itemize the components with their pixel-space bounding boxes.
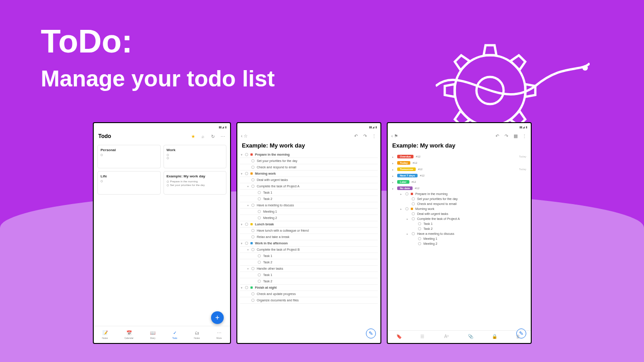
task-row[interactable]: ▾Complete the task of Project A bbox=[240, 183, 378, 190]
chevron-icon[interactable]: ▸ bbox=[400, 192, 403, 195]
checkbox[interactable] bbox=[251, 267, 255, 270]
back-icon[interactable]: ‹ ⚑ bbox=[391, 133, 398, 138]
chevron-icon[interactable]: ▾ bbox=[246, 204, 249, 207]
checkbox[interactable] bbox=[251, 178, 255, 181]
checkbox[interactable] bbox=[258, 197, 261, 200]
task-row[interactable]: Task 1 bbox=[240, 253, 378, 259]
chevron-icon[interactable]: ▾ bbox=[240, 286, 243, 289]
task-row[interactable]: Task 2 bbox=[240, 259, 378, 266]
attach-icon[interactable]: 📎 bbox=[468, 334, 474, 340]
nav-item[interactable]: ✓Todo bbox=[172, 330, 178, 339]
checkbox[interactable] bbox=[258, 254, 261, 257]
task-row[interactable]: Relax and take a break bbox=[240, 234, 378, 240]
checkbox[interactable] bbox=[258, 191, 261, 194]
task-row[interactable]: ▸Have a meeting to discuss bbox=[392, 231, 526, 236]
checkbox[interactable] bbox=[412, 217, 415, 220]
nav-item[interactable]: 📅Calendar bbox=[125, 330, 134, 339]
task-row[interactable]: ▾Finish at night bbox=[240, 285, 378, 291]
task-row[interactable]: ▾Prepare in the morning bbox=[240, 152, 378, 158]
checkbox[interactable] bbox=[258, 280, 261, 283]
task-row[interactable]: Task 1 bbox=[240, 272, 378, 278]
task-row[interactable]: Meeting 2 bbox=[240, 215, 378, 221]
nav-item[interactable]: 📝Notes bbox=[102, 330, 108, 339]
chevron-icon[interactable]: ▾ bbox=[240, 172, 243, 175]
checkbox[interactable] bbox=[405, 192, 409, 195]
task-row[interactable]: Set your priorities for the day bbox=[240, 158, 378, 164]
task-row[interactable]: Check and respond to email bbox=[392, 201, 526, 206]
checkbox[interactable] bbox=[258, 210, 261, 213]
todo-card[interactable]: Work bbox=[163, 145, 227, 168]
task-row[interactable]: Meeting 2 bbox=[392, 241, 526, 246]
priority-group[interactable]: ▸Today#12 bbox=[392, 160, 526, 166]
chevron-icon[interactable]: ▸ bbox=[392, 155, 395, 158]
task-row[interactable]: ▾Work in the afternoon bbox=[240, 240, 378, 247]
task-row[interactable]: Task 2 bbox=[392, 226, 526, 231]
task-row[interactable]: Deal with urgent tasks bbox=[392, 211, 526, 216]
chevron-icon[interactable]: ▾ bbox=[246, 185, 249, 188]
checkbox[interactable] bbox=[418, 227, 421, 230]
checkbox[interactable] bbox=[251, 292, 255, 295]
checkbox[interactable] bbox=[412, 197, 415, 200]
list-icon[interactable]: ☰ bbox=[420, 334, 427, 340]
checkbox[interactable] bbox=[245, 172, 248, 175]
todo-card[interactable]: Personal bbox=[97, 145, 161, 168]
checkbox[interactable] bbox=[412, 202, 415, 205]
checkbox[interactable] bbox=[418, 242, 421, 245]
back-icon[interactable]: ‹ ☆ bbox=[241, 133, 248, 138]
checkbox[interactable] bbox=[251, 299, 255, 302]
checkbox[interactable] bbox=[251, 159, 255, 162]
text-icon[interactable]: Aᵃ bbox=[444, 334, 451, 340]
checkbox[interactable] bbox=[412, 212, 415, 215]
task-row[interactable]: Set your priorities for the day bbox=[392, 196, 526, 201]
checkbox[interactable] bbox=[251, 204, 255, 207]
checkbox[interactable] bbox=[405, 207, 409, 210]
add-task-fab[interactable]: ✎ bbox=[366, 329, 376, 338]
chevron-icon[interactable]: ▸ bbox=[400, 207, 403, 210]
checkbox[interactable] bbox=[245, 153, 248, 156]
chevron-icon[interactable]: ▾ bbox=[240, 242, 243, 245]
task-row[interactable]: Organize documents and files bbox=[240, 297, 378, 304]
checkbox[interactable] bbox=[251, 185, 255, 188]
add-fab[interactable]: + bbox=[211, 311, 224, 324]
checkbox[interactable] bbox=[245, 242, 248, 245]
task-row[interactable]: Check and update progress bbox=[240, 291, 378, 297]
checkbox[interactable] bbox=[412, 232, 415, 235]
more-icon[interactable]: ⋮ bbox=[371, 133, 377, 138]
task-row[interactable]: ▾Have a meeting to discuss bbox=[240, 202, 378, 209]
chevron-icon[interactable]: ▸ bbox=[407, 217, 409, 220]
task-row[interactable]: Check and respond to email bbox=[240, 164, 378, 171]
priority-group[interactable]: ▸No date#12 bbox=[392, 185, 526, 191]
task-row[interactable]: ▸Complete the task of Project A bbox=[392, 216, 526, 221]
checkbox[interactable] bbox=[245, 286, 248, 289]
checkbox[interactable] bbox=[258, 216, 261, 219]
checkbox[interactable] bbox=[251, 248, 255, 251]
search-icon[interactable]: ⌕ bbox=[200, 133, 206, 139]
priority-group[interactable]: ▸Next 7 days#12 bbox=[392, 172, 526, 179]
nav-item[interactable]: 📖Diary bbox=[150, 330, 155, 339]
chevron-icon[interactable]: ▸ bbox=[392, 162, 395, 165]
task-row[interactable]: Task 2 bbox=[240, 278, 378, 285]
chevron-icon[interactable]: ▾ bbox=[246, 248, 249, 251]
chevron-icon[interactable]: ▾ bbox=[240, 223, 243, 226]
checkbox[interactable] bbox=[251, 235, 255, 238]
priority-group[interactable]: ▸Tomorrow#12Today bbox=[392, 166, 526, 172]
chevron-icon[interactable]: ▸ bbox=[392, 174, 395, 177]
more-icon[interactable]: ⋮ bbox=[522, 133, 527, 138]
redo-icon[interactable]: ↷ bbox=[362, 133, 368, 138]
layout-icon[interactable]: ▦ bbox=[513, 133, 518, 138]
star-icon[interactable]: ★ bbox=[190, 133, 196, 139]
chevron-icon[interactable]: ▸ bbox=[392, 181, 395, 184]
task-row[interactable]: ▸Morning work bbox=[392, 206, 526, 211]
add-task-fab[interactable]: ✎ bbox=[516, 329, 526, 338]
checkbox[interactable] bbox=[251, 229, 255, 232]
chevron-icon[interactable]: ▾ bbox=[240, 153, 243, 156]
task-row[interactable]: Task 2 bbox=[240, 196, 378, 202]
todo-card[interactable]: Life bbox=[97, 171, 161, 195]
redo-icon[interactable]: ↷ bbox=[504, 133, 509, 138]
chevron-icon[interactable]: ▸ bbox=[392, 187, 395, 190]
checkbox[interactable] bbox=[258, 261, 261, 264]
task-row[interactable]: ▾Complete the task of Project B bbox=[240, 247, 378, 253]
task-row[interactable]: ▾Morning work bbox=[240, 171, 378, 177]
priority-group[interactable]: ▸Later#12 bbox=[392, 179, 526, 185]
task-row[interactable]: ▾Lunch break bbox=[240, 221, 378, 228]
